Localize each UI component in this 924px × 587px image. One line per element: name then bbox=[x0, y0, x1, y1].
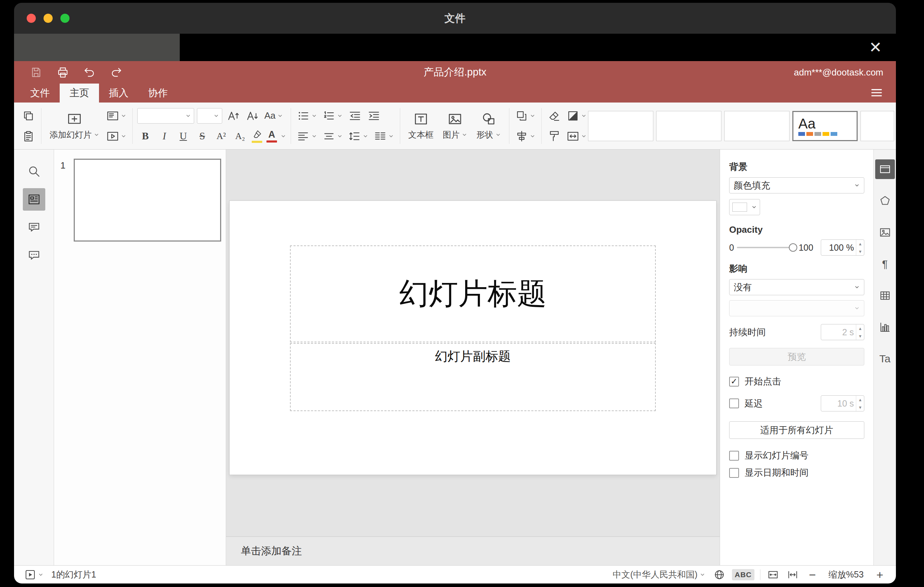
zoom-in-button[interactable]: + bbox=[873, 569, 887, 581]
insert-textbox-button[interactable]: 文本框 bbox=[405, 108, 437, 144]
table-settings-tab[interactable] bbox=[875, 286, 895, 305]
slide-subtitle-placeholder[interactable]: 幻灯片副标题 bbox=[290, 343, 656, 411]
start-slideshow-button[interactable] bbox=[105, 128, 128, 144]
opacity-input[interactable] bbox=[821, 240, 856, 255]
slide-title-placeholder[interactable]: 幻灯片标题 bbox=[290, 246, 656, 342]
numbering-button[interactable] bbox=[321, 108, 344, 124]
minimize-traffic-light[interactable] bbox=[43, 14, 53, 23]
spinner-arrows[interactable]: ▴▾ bbox=[856, 325, 864, 340]
fit-to-slide-button[interactable] bbox=[766, 569, 780, 581]
theme-option-selected[interactable]: Aa bbox=[792, 111, 858, 141]
clear-style-button[interactable] bbox=[546, 108, 563, 124]
slide-thumbnail[interactable] bbox=[74, 159, 221, 242]
theme-option-3[interactable] bbox=[724, 111, 790, 141]
decrease-indent-button[interactable] bbox=[347, 108, 363, 124]
print-button[interactable] bbox=[55, 64, 71, 81]
spin-down-icon[interactable]: ▾ bbox=[856, 247, 864, 255]
zoom-out-button[interactable]: − bbox=[805, 569, 819, 581]
font-size-combo[interactable] bbox=[197, 108, 222, 124]
background-fill-select[interactable]: 颜色填充 bbox=[729, 177, 864, 193]
close-icon[interactable]: ✕ bbox=[867, 40, 884, 55]
preview-button[interactable]: 预览 bbox=[729, 348, 864, 366]
increase-indent-button[interactable] bbox=[366, 108, 382, 124]
fit-to-width-button[interactable] bbox=[786, 569, 800, 581]
slide-canvas[interactable]: 幻灯片标题 幻灯片副标题 bbox=[226, 150, 720, 536]
arrange-shape-button[interactable] bbox=[514, 108, 537, 124]
tab-home[interactable]: 主页 bbox=[60, 84, 99, 102]
columns-button[interactable] bbox=[373, 128, 395, 144]
copy-style-button[interactable] bbox=[546, 128, 563, 144]
delay-checkbox[interactable] bbox=[729, 399, 739, 408]
vertical-align-button[interactable] bbox=[321, 128, 344, 144]
spin-up-icon[interactable]: ▴ bbox=[856, 325, 864, 332]
superscript-button[interactable]: A² bbox=[213, 128, 229, 144]
font-color-button[interactable]: A bbox=[266, 128, 278, 144]
language-selector[interactable]: 中文(中华人民共和国) bbox=[611, 568, 707, 581]
opacity-spinner[interactable]: ▴▾ bbox=[821, 239, 864, 256]
spin-down-icon[interactable]: ▾ bbox=[856, 403, 864, 411]
shape-fill-button[interactable] bbox=[565, 108, 588, 124]
delay-input[interactable] bbox=[821, 396, 856, 411]
delay-spinner[interactable]: ▴▾ bbox=[821, 395, 864, 411]
close-traffic-light[interactable] bbox=[27, 14, 36, 23]
theme-option-5[interactable] bbox=[860, 111, 894, 141]
redo-button[interactable] bbox=[108, 64, 124, 81]
align-shape-button[interactable] bbox=[514, 128, 537, 144]
fullscreen-traffic-light[interactable] bbox=[60, 14, 69, 23]
change-case-button[interactable]: Aa bbox=[263, 108, 284, 124]
show-date-time-checkbox[interactable] bbox=[729, 468, 739, 478]
apply-to-all-slides-button[interactable]: 适用于所有幻灯片 bbox=[729, 421, 864, 439]
increase-font-button[interactable] bbox=[225, 108, 241, 124]
duration-spinner[interactable]: ▴▾ bbox=[821, 324, 864, 340]
insert-image-button[interactable]: 图片 bbox=[439, 108, 471, 144]
start-on-click-checkbox[interactable]: ✓ bbox=[729, 377, 739, 386]
spinner-arrows[interactable]: ▴▾ bbox=[856, 396, 864, 411]
effect-select[interactable]: 没有 bbox=[729, 279, 864, 295]
spinner-arrows[interactable]: ▴▾ bbox=[856, 240, 864, 255]
start-slideshow-status-button[interactable] bbox=[23, 569, 45, 581]
tab-insert[interactable]: 插入 bbox=[99, 84, 138, 102]
text-art-settings-tab[interactable]: Ta bbox=[875, 349, 895, 369]
bold-button[interactable]: B bbox=[137, 128, 153, 144]
spell-check-button[interactable]: ABC bbox=[732, 569, 755, 580]
spin-up-icon[interactable]: ▴ bbox=[856, 240, 864, 247]
font-name-combo[interactable] bbox=[137, 108, 194, 124]
tab-collaboration[interactable]: 协作 bbox=[138, 84, 178, 102]
highlight-color-button[interactable] bbox=[251, 128, 263, 144]
decrease-font-button[interactable] bbox=[244, 108, 260, 124]
spin-up-icon[interactable]: ▴ bbox=[856, 396, 864, 403]
comments-button[interactable] bbox=[23, 216, 45, 239]
theme-option-1[interactable] bbox=[588, 111, 653, 141]
background-color-picker[interactable] bbox=[729, 199, 760, 215]
slide-layout-button[interactable] bbox=[105, 108, 128, 124]
paragraph-settings-tab[interactable]: ¶ bbox=[875, 254, 895, 274]
insert-shape-button[interactable]: 形状 bbox=[473, 108, 505, 144]
bullets-button[interactable] bbox=[295, 108, 318, 124]
chevron-down-icon[interactable] bbox=[280, 134, 286, 139]
opacity-slider[interactable] bbox=[737, 247, 796, 248]
opacity-slider-knob[interactable] bbox=[789, 243, 797, 252]
slides-panel-button[interactable] bbox=[23, 188, 45, 211]
set-language-button[interactable] bbox=[712, 569, 726, 581]
subscript-button[interactable]: A₂ bbox=[232, 128, 248, 144]
save-button[interactable] bbox=[28, 64, 44, 81]
search-button[interactable] bbox=[23, 160, 45, 183]
spin-down-icon[interactable]: ▾ bbox=[856, 332, 864, 340]
shape-settings-tab[interactable] bbox=[875, 191, 895, 211]
show-slide-number-checkbox[interactable] bbox=[729, 451, 739, 461]
paste-button[interactable] bbox=[20, 128, 36, 144]
undo-button[interactable] bbox=[81, 64, 97, 81]
chart-settings-tab[interactable] bbox=[875, 317, 895, 337]
horizontal-align-button[interactable] bbox=[295, 128, 318, 144]
image-settings-tab[interactable] bbox=[875, 223, 895, 242]
copy-button[interactable] bbox=[20, 108, 36, 124]
effect-type-select[interactable] bbox=[729, 300, 864, 316]
add-slide-button[interactable]: 添加幻灯片 bbox=[46, 108, 103, 144]
underline-button[interactable]: U bbox=[175, 128, 191, 144]
slide-size-button[interactable] bbox=[565, 128, 588, 144]
line-spacing-button[interactable] bbox=[347, 128, 370, 144]
theme-option-2[interactable] bbox=[656, 111, 721, 141]
italic-button[interactable]: I bbox=[156, 128, 172, 144]
chat-button[interactable] bbox=[23, 244, 45, 267]
strikeout-button[interactable]: S bbox=[194, 128, 210, 144]
